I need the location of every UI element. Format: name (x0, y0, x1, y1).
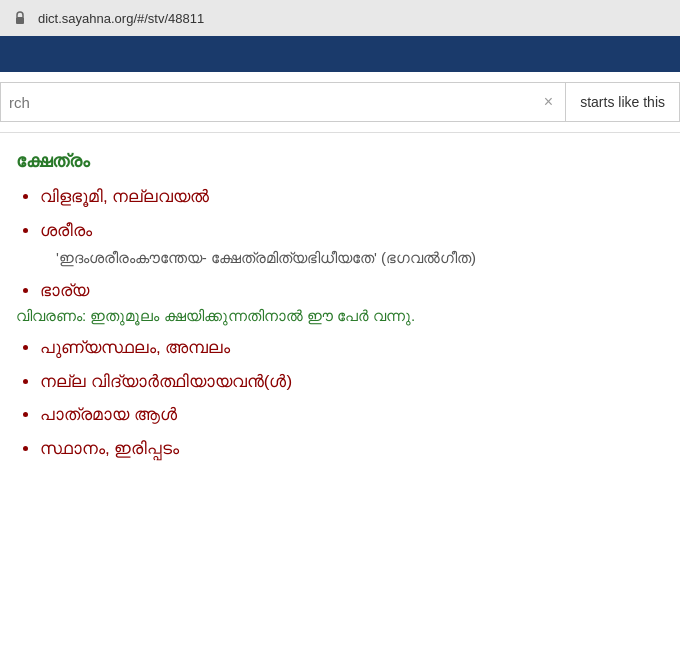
entry-word: ക്ഷേത്രം (16, 151, 664, 172)
list-item: നല്ല വിദ്യാർത്ഥിയായവൻ(ൾ) (40, 369, 664, 395)
search-input-container[interactable]: × (0, 82, 566, 122)
search-input[interactable] (9, 94, 540, 111)
list-item: പാത്രമായ ആൾ (40, 402, 664, 428)
list-item: ശരീരം 'ഇദംശരീരംകൗന്തേയ- ക്ഷേത്രമിത്യഭിധീ… (40, 218, 664, 270)
list-item: സ്ഥാനം, ഇരിപ്പടം (40, 436, 664, 462)
lock-icon (10, 8, 30, 28)
search-bar: × starts like this (0, 72, 680, 133)
list-item: പുണ്യസ്ഥലം, അമ്പലം (40, 335, 664, 361)
list-item: ഭാര്യ (40, 278, 664, 304)
definitions-list: വിളഭൂമി, നല്ലവയൽ ശരീരം 'ഇദംശരീരംകൗന്തേയ-… (16, 184, 664, 303)
nav-bar (0, 36, 680, 72)
search-clear-icon[interactable]: × (540, 93, 557, 111)
svg-rect-0 (16, 17, 24, 24)
list-item: വിളഭൂമി, നല്ലവയൽ (40, 184, 664, 210)
main-content: ക്ഷേത്രം വിളഭൂമി, നല്ലവയൽ ശരീരം 'ഇദംശരീര… (0, 133, 680, 485)
url-text: dict.sayahna.org/#/stv/48811 (38, 11, 670, 26)
quote-block: 'ഇദംശരീരംകൗന്തേയ- ക്ഷേത്രമിത്യഭിധീയതേ' (… (40, 247, 664, 270)
explanation-text: വിവരണം: ഇതുമൂലം ക്ഷയിക്കുന്നതിനാൽ ഈ പേർ … (16, 307, 664, 325)
address-bar: dict.sayahna.org/#/stv/48811 (0, 0, 680, 36)
search-filter-button[interactable]: starts like this (566, 82, 680, 122)
definitions-list-2: പുണ്യസ്ഥലം, അമ്പലം നല്ല വിദ്യാർത്ഥിയായവൻ… (16, 335, 664, 461)
